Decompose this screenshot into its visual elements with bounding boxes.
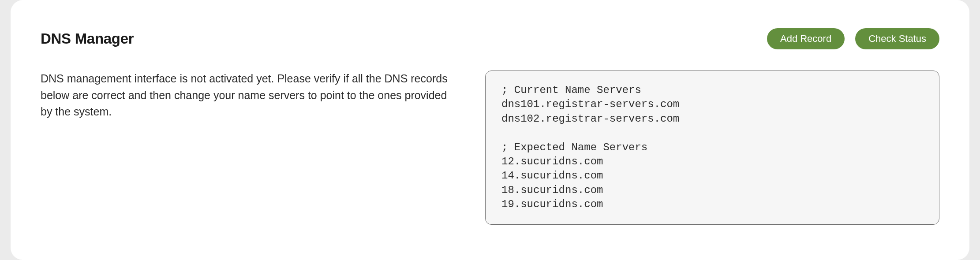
description-text: DNS management interface is not activate…	[41, 71, 454, 120]
page-title: DNS Manager	[41, 30, 134, 47]
check-status-button[interactable]: Check Status	[855, 28, 939, 49]
dns-manager-panel: DNS Manager Add Record Check Status DNS …	[11, 0, 969, 260]
button-group: Add Record Check Status	[767, 28, 939, 49]
nameservers-code-block: ; Current Name Servers dns101.registrar-…	[485, 71, 939, 225]
content-row: DNS management interface is not activate…	[41, 71, 939, 225]
add-record-button[interactable]: Add Record	[767, 28, 845, 49]
header-row: DNS Manager Add Record Check Status	[41, 28, 939, 49]
